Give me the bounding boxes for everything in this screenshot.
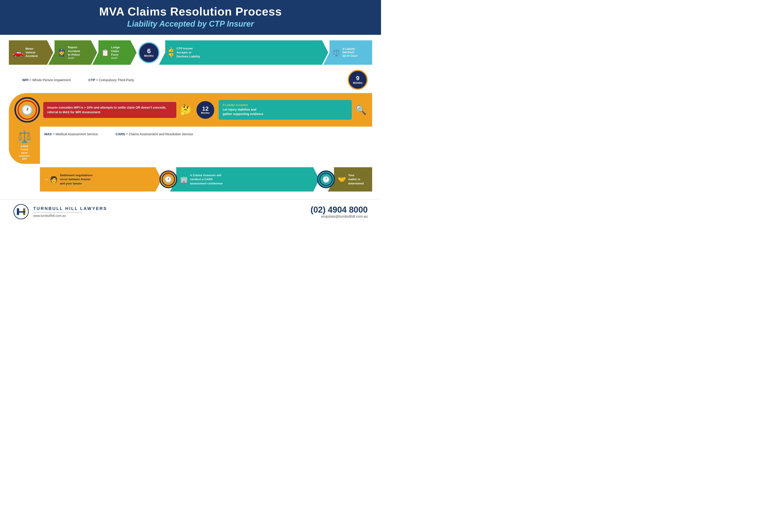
firm-name: TURNBULL HILL LAWYERS xyxy=(33,206,107,211)
clock-symbol: 🕐 xyxy=(21,104,33,116)
definitions-row-1: WPI = Whole Person Impairment CTP = Comp… xyxy=(9,69,372,93)
clock-badge-between: 🕐 xyxy=(159,170,177,188)
footer-url[interactable]: www.turnbullhill.com.au xyxy=(33,214,107,218)
step-lodge-label: LodgeClaimForm xyxy=(111,46,120,57)
definitions-right: MAS = Medical Assessment Service CARS = … xyxy=(40,127,372,164)
car-icon: 🚗 xyxy=(13,48,23,57)
step-report-sub: ASAP xyxy=(68,57,80,59)
middle-section: ⚖️ A MASreviewpanelassessesWPI MAS = Med… xyxy=(9,127,372,164)
mas-definition: MAS = Medical Assessment Service xyxy=(44,132,98,136)
cars-full: = Claims Assessment and Resolution Servi… xyxy=(126,132,193,136)
badge-9-months: 9 Months xyxy=(348,70,368,90)
assessor-icon: 🏢 xyxy=(180,176,188,183)
form-icon: 📋 xyxy=(101,49,109,56)
step-declined-label: If LiabilityDeclined:Go to Court xyxy=(343,47,357,58)
mas-abbrev: MAS xyxy=(44,132,52,136)
page-title: MVA Claims Resolution Process xyxy=(9,5,372,18)
police-icon: 👮 xyxy=(57,48,66,57)
logo-container xyxy=(13,204,29,220)
determined-label: Yourmatter isdetermined xyxy=(348,173,364,185)
insurer-text-box: Insurer concedes WPI is > 10% and attemp… xyxy=(43,102,176,118)
clock-icon-container: 🕐 xyxy=(14,97,40,123)
settlement-label: Settlement negotiationsoccur between Ins… xyxy=(60,173,93,185)
stabilise-text: Let injury stabilise andgather supportin… xyxy=(223,107,348,116)
step-ctp-label: CTP InsurerAccepts orDeclines Liability xyxy=(177,46,200,59)
mas-full: = Medical Assessment Service xyxy=(53,132,98,136)
footer-left: TURNBULL HILL LAWYERS www.turnbullhill.c… xyxy=(13,204,107,220)
thumbs-down-icon: 👎 xyxy=(168,52,174,58)
clock-badge-between2: 🕐 xyxy=(317,170,335,188)
ctp-full: = Compulsory Third-Party xyxy=(96,78,134,82)
months-12-num: 12 xyxy=(202,106,209,111)
step-report-label: ReportAccidentto Police xyxy=(68,46,80,57)
step-cars-assessment: 🏢 A Claims Assessor willconduct a CARSas… xyxy=(170,167,319,191)
scale-container: ⚖️ A MASreviewpanelassessesWPI xyxy=(9,127,40,164)
ctp-abbrev: CTP xyxy=(89,78,95,82)
cars-label: A Claims Assessor willconduct a CARSasse… xyxy=(190,173,223,185)
definitions-row-2: MAS = Medical Assessment Service CARS = … xyxy=(44,130,368,138)
clock-inner-ring: 🕐 xyxy=(18,100,37,120)
thumbs-up-icon: 👍 xyxy=(168,47,174,52)
footer-right: (02) 4904 8000 enquiries@turnbullhill.co… xyxy=(311,205,368,219)
cars-definition: CARS = Claims Assessment and Resolution … xyxy=(115,132,193,136)
step-ctp-decision: 👍 👎 CTP InsurerAccepts orDeclines Liabil… xyxy=(159,40,328,65)
bottom-row: ↔ 🧑 Settlement negotiationsoccur between… xyxy=(9,167,372,191)
step-motor-label: MotorVehicleAccident xyxy=(26,47,38,58)
step-motor-vehicle: 🚗 MotorVehicleAccident xyxy=(9,40,53,65)
page-subtitle: Liability Accepted by CTP Insurer xyxy=(9,19,372,29)
company-logo xyxy=(13,204,29,220)
clock-icon-bottom2: 🕐 xyxy=(322,176,330,183)
scales-icon: ⚖️ xyxy=(17,130,32,143)
months-6-num: 6 xyxy=(147,48,151,54)
footer-phone[interactable]: (02) 4904 8000 xyxy=(311,205,368,215)
badge-6-months: 6 Months xyxy=(138,42,159,63)
badge-12-months: 12 Months xyxy=(195,100,215,120)
svg-rect-3 xyxy=(17,211,25,213)
step-lodge-claim: 📋 LodgeClaimForm ASAP xyxy=(92,40,137,65)
if-accepted-label: If Liability Accepted: xyxy=(223,103,348,106)
step-lodge-sub: ASAP xyxy=(111,57,120,59)
months-6-unit: Months xyxy=(144,54,154,57)
wpi-abbrev: WPI xyxy=(22,78,29,82)
gavel-icon: ⚖️ xyxy=(332,49,341,56)
step-settlement: ↔ 🧑 Settlement negotiationsoccur between… xyxy=(40,167,162,191)
search-icon: 🔍 xyxy=(355,104,367,115)
footer-email[interactable]: enquiries@turnbullhill.com.au xyxy=(311,215,368,219)
step-if-declined: ⚖️ If LiabilityDeclined:Go to Court xyxy=(323,40,372,65)
clock-icon-bottom1: 🕐 xyxy=(164,176,172,183)
person-arrows-icon: 🧑 xyxy=(50,176,58,183)
months-9-num: 9 xyxy=(356,75,359,81)
scale-review-label: A MASreviewpanelassessesWPI xyxy=(19,145,30,161)
person-question-icon: 🤔 xyxy=(180,104,192,116)
ctp-definition: CTP = Compulsory Third-Party xyxy=(89,78,134,82)
header: MVA Claims Resolution Process Liability … xyxy=(0,0,381,35)
insurer-concedes-text: Insurer concedes WPI is > 10% and attemp… xyxy=(47,106,166,114)
cars-abbrev: CARS xyxy=(115,132,125,136)
months-9-unit: Months xyxy=(353,81,363,85)
wpi-full: = Whole Person Impairment xyxy=(30,78,71,82)
handshake-icon: 🤝 xyxy=(338,175,346,183)
months-12-unit: Months xyxy=(201,111,209,114)
arrows-icon: ↔ xyxy=(44,177,49,182)
step-report-accident: 👮 ReportAccidentto Police ASAP xyxy=(48,40,97,65)
footer: TURNBULL HILL LAWYERS www.turnbullhill.c… xyxy=(0,199,381,224)
wpi-definition: WPI = Whole Person Impairment xyxy=(22,78,71,82)
orange-top-section: 🕐 Insurer concedes WPI is > 10% and atte… xyxy=(9,93,372,127)
stabilise-box: If Liability Accepted: Let injury stabil… xyxy=(219,100,352,119)
infographic: 🚗 MotorVehicleAccident 👮 ReportAccidentt… xyxy=(0,35,381,198)
process-row-1: 🚗 MotorVehicleAccident 👮 ReportAccidentt… xyxy=(9,40,372,65)
